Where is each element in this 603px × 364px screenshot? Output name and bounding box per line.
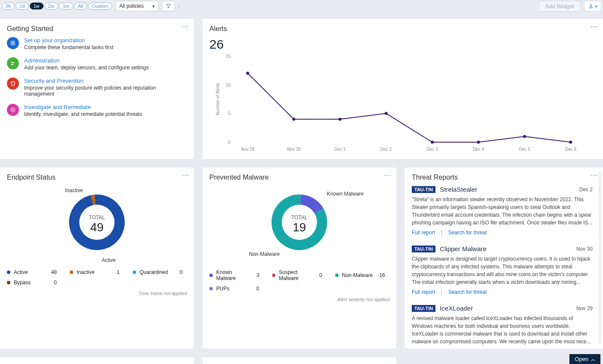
download-button[interactable]: ▾: [584, 1, 601, 11]
card-menu-icon[interactable]: ⋯: [591, 22, 599, 31]
card-title: Threat Reports: [412, 174, 593, 181]
toolbar: 3h1d1w2w1mAllCustom All policies ▾ › Add…: [0, 0, 603, 12]
legend-label: Quarantined: [140, 269, 168, 275]
threat-report-item: TAU-TIN IceXLoader Nov 29 A revised malw…: [412, 305, 593, 348]
scrollbar[interactable]: [599, 172, 601, 344]
getting-started-card: ⋯ Getting Started Set up your organizati…: [0, 19, 194, 159]
svg-point-23: [523, 135, 526, 138]
top-alerted-applications-card: ⋯ Top Alerted Applications APPLICATION A…: [0, 357, 194, 364]
card-title: Endpoint Status: [7, 174, 187, 181]
add-widget-button[interactable]: Add Widget: [539, 1, 581, 12]
threat-description: A revised malware loader called IceXLoad…: [412, 314, 593, 345]
open-tab-button[interactable]: Open ︽: [569, 354, 600, 364]
legend-label: Active: [14, 269, 28, 275]
card-menu-icon[interactable]: ⋯: [181, 360, 190, 364]
target-icon: [7, 104, 19, 116]
download-icon: [588, 3, 594, 9]
legend-value: 1: [117, 269, 124, 275]
legend-dot-icon: [133, 271, 136, 274]
full-report-link[interactable]: Full report: [412, 230, 435, 236]
card-menu-icon[interactable]: ⋯: [384, 170, 392, 180]
legend-label: Suspect Malware: [279, 269, 316, 281]
threat-report-item: TAU-TIN StrelaStealer Dec 2 "Strela" is …: [412, 186, 593, 236]
svg-point-19: [431, 141, 434, 144]
search-threat-link[interactable]: Search for threat: [448, 289, 487, 295]
threat-reports-card: ⋯ Threat Reports TAU-TIN StrelaStealer D…: [405, 168, 603, 348]
card-menu-icon[interactable]: ⋯: [591, 170, 599, 180]
gs-link[interactable]: Administration: [24, 57, 149, 64]
legend-label: Non-Malware: [342, 272, 373, 278]
svg-text:Number of Alerts: Number of Alerts: [215, 83, 220, 115]
legend-value: 16: [379, 272, 389, 278]
legend-dot-icon: [7, 271, 10, 274]
legend-label: Known Malware: [216, 269, 253, 281]
svg-point-13: [292, 118, 295, 121]
threat-date: Nov 30: [576, 246, 593, 252]
svg-point-25: [569, 141, 572, 144]
open-label: Open: [575, 356, 588, 362]
legend-item: Active48: [7, 269, 61, 275]
policy-select[interactable]: All policies ▾: [115, 1, 159, 11]
search-threat-link[interactable]: Search for threat: [448, 230, 487, 236]
svg-text:Dec 4: Dec 4: [473, 147, 485, 152]
time-range-1w[interactable]: 1w: [30, 3, 44, 9]
gs-link[interactable]: Security and Prevention: [24, 78, 187, 84]
gs-desc: Add your team, deploy sensors, and confi…: [24, 65, 149, 71]
time-range-all[interactable]: All: [74, 3, 87, 9]
alerts-card: ⋯ Alerts 26 051015Number of AlertsNov 29…: [202, 19, 603, 159]
gs-link[interactable]: Investigate and Remediate: [24, 104, 142, 110]
chevron-up-icon: ︽: [591, 356, 595, 362]
legend-item: Non-Malware16: [335, 269, 389, 281]
threat-date: Dec 2: [579, 187, 593, 193]
legend-dot-icon: [209, 287, 213, 290]
legend-dot-icon: [272, 274, 275, 277]
time-range-1m[interactable]: 1m: [59, 3, 73, 9]
legend-item: Known Malware3: [209, 269, 264, 281]
getting-started-item: AdministrationAdd your team, deploy sens…: [7, 57, 187, 71]
legend-value: 3: [256, 272, 264, 278]
time-range-custom[interactable]: Custom: [88, 3, 112, 9]
legend-item: Suspect Malware0: [272, 269, 326, 281]
admin-icon: [7, 57, 19, 69]
total-label: TOTAL: [89, 215, 105, 221]
full-report-link[interactable]: Full report: [412, 289, 435, 295]
gs-desc: Improve your security posture with polic…: [24, 85, 187, 97]
legend-value: 48: [51, 269, 61, 275]
time-range-pills: 3h1d1w2w1mAllCustom: [2, 3, 112, 9]
card-menu-icon[interactable]: ⋯: [181, 22, 190, 31]
total-label: TOTAL: [291, 215, 308, 221]
malware-legend: Known Malware3Suspect Malware0Non-Malwar…: [209, 269, 389, 292]
svg-text:10: 10: [226, 83, 231, 87]
legend-dot-icon: [7, 281, 10, 284]
filter-button[interactable]: [162, 1, 175, 11]
svg-text:5: 5: [228, 111, 230, 116]
gs-link[interactable]: Set up your organization: [24, 37, 113, 44]
top-alerted-assets-card: ⋯ Top Alerted Assets ASSET POLICY ALERTS…: [202, 357, 396, 364]
svg-point-15: [339, 118, 342, 121]
card-title: Alerts: [209, 25, 596, 33]
donut-label-active: Active: [102, 257, 116, 263]
card-footer: Time frame not applied: [7, 291, 187, 296]
card-menu-icon[interactable]: ⋯: [181, 170, 190, 180]
svg-point-11: [246, 72, 249, 75]
legend-dot-icon: [209, 274, 213, 277]
threat-date: Nov 29: [576, 305, 593, 311]
donut-label-inactive: Inactive: [65, 187, 83, 193]
legend-item: Bypass0: [7, 280, 61, 286]
threat-title: IceXLoader: [440, 305, 473, 312]
legend-value: 0: [180, 269, 187, 275]
time-range-2w[interactable]: 2w: [44, 3, 58, 9]
time-range-1d[interactable]: 1d: [16, 3, 28, 9]
org-icon: [7, 37, 19, 49]
threat-badge: TAU-TIN: [412, 246, 435, 252]
svg-text:Dec 6: Dec 6: [565, 147, 577, 152]
svg-text:Dec 2: Dec 2: [380, 147, 392, 152]
legend-value: 0: [319, 272, 326, 278]
threat-title: StrelaStealer: [440, 186, 477, 193]
time-range-3h[interactable]: 3h: [2, 3, 15, 9]
alerts-total: 26: [209, 37, 596, 52]
threat-badge: TAU-TIN: [412, 305, 435, 312]
legend-value: 0: [256, 286, 264, 292]
card-title: Prevented Malware: [209, 174, 389, 181]
card-menu-icon[interactable]: ⋯: [384, 360, 392, 364]
